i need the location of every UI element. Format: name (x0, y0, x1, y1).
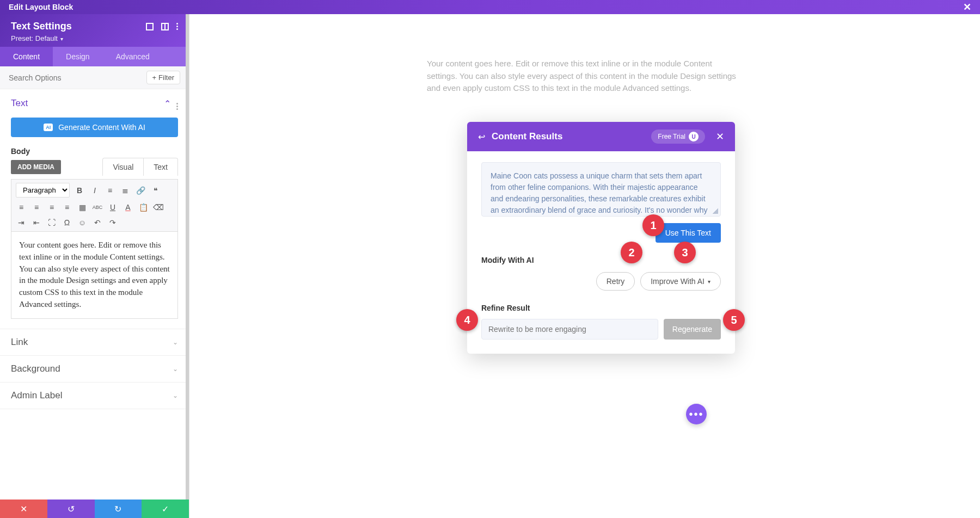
section-text: Text ⌃ AI Generate Content With AI Body … (0, 89, 189, 329)
ai-result-text[interactable]: Maine Coon cats possess a unique charm t… (481, 162, 721, 217)
section-link-header[interactable]: Link ⌄ (0, 329, 189, 355)
indent-icon[interactable]: ⇥ (16, 217, 27, 228)
chevron-down-icon: ⌄ (173, 365, 178, 373)
marker-4: 4 (456, 309, 478, 331)
ai-badge-icon: AI (44, 124, 53, 131)
refine-label: Refine Result (481, 304, 721, 312)
sidebar-scrollbar[interactable] (186, 14, 189, 499)
refine-input[interactable] (481, 319, 658, 340)
align-justify-icon[interactable]: ≡ (62, 202, 72, 213)
sidebar-title: Text Settings (11, 21, 72, 32)
trial-badge-icon: U (689, 132, 699, 141)
section-text-header[interactable]: Text ⌃ (0, 89, 189, 118)
redo-icon[interactable]: ↷ (107, 217, 118, 228)
header-title: Edit Layout Block (9, 3, 73, 11)
expand-icon[interactable] (146, 23, 154, 30)
undo-button[interactable]: ↺ (47, 499, 95, 518)
section-link: Link ⌄ (0, 329, 189, 356)
fullscreen-icon[interactable]: ⛶ (46, 217, 57, 228)
search-row: +Filter (0, 66, 189, 89)
editor-toolbar: Paragraph B I ≡ ≣ 🔗 ❝ ≡ ≡ ≡ ≡ ▦ ABC U A … (11, 179, 178, 232)
tab-advanced[interactable]: Advanced (103, 47, 163, 66)
chevron-up-icon: ⌃ (164, 98, 171, 109)
italic-icon[interactable]: I (89, 185, 100, 196)
chevron-down-icon: ⌄ (173, 338, 178, 346)
preset-selector[interactable]: Preset: Default ▾ (11, 34, 178, 42)
underline-icon[interactable]: U (107, 202, 118, 213)
emoji-icon[interactable]: ☺ (77, 217, 88, 228)
content-results-modal: ↩ Content Results Free Trial U ✕ Maine C… (467, 122, 735, 354)
free-trial-badge[interactable]: Free Trial U (651, 130, 705, 144)
align-left-icon[interactable]: ≡ (16, 202, 27, 213)
body-label: Body (11, 147, 178, 156)
section-background: Background ⌄ (0, 356, 189, 383)
section-admin-label-header[interactable]: Admin Label ⌄ (0, 383, 189, 409)
more-icon[interactable] (176, 23, 178, 30)
sidebar-header: Text Settings Preset: Default ▾ (0, 14, 189, 47)
tab-design[interactable]: Design (53, 47, 103, 66)
retry-button[interactable]: Retry (596, 272, 635, 291)
fab-more-button[interactable]: ••• (686, 404, 707, 424)
add-media-button[interactable]: ADD MEDIA (11, 160, 61, 174)
link-icon[interactable]: 🔗 (135, 185, 146, 196)
text-color-icon[interactable]: A (122, 202, 133, 213)
header-bar: Edit Layout Block ✕ (0, 0, 980, 14)
redo-button[interactable]: ↻ (95, 499, 142, 518)
modal-close-icon[interactable]: ✕ (716, 131, 724, 143)
save-button[interactable]: ✓ (142, 499, 189, 518)
search-input[interactable] (9, 73, 146, 82)
regenerate-button[interactable]: Regenerate (664, 319, 721, 340)
generate-ai-button[interactable]: AI Generate Content With AI (11, 118, 178, 137)
back-arrow-icon[interactable]: ↩ (478, 132, 485, 142)
bold-icon[interactable]: B (74, 185, 85, 196)
align-center-icon[interactable]: ≡ (31, 202, 42, 213)
columns-icon[interactable] (161, 23, 169, 30)
marker-5: 5 (723, 309, 745, 331)
tab-content[interactable]: Content (0, 47, 53, 66)
close-icon[interactable]: ✕ (963, 1, 971, 13)
bullet-list-icon[interactable]: ≡ (105, 185, 115, 196)
sidebar: Text Settings Preset: Default ▾ Content … (0, 14, 189, 518)
clear-format-icon[interactable]: ⌫ (153, 202, 164, 213)
sidebar-tabs: Content Design Advanced (0, 47, 189, 66)
section-more-icon[interactable] (176, 97, 178, 110)
editor-tab-text[interactable]: Text (144, 158, 177, 176)
modal-header: ↩ Content Results Free Trial U ✕ (467, 122, 735, 151)
marker-2: 2 (621, 242, 642, 263)
paragraph-select[interactable]: Paragraph (16, 183, 70, 198)
outdent-icon[interactable]: ⇤ (31, 217, 42, 228)
cancel-button[interactable]: ✕ (0, 499, 47, 518)
editor-tab-visual[interactable]: Visual (103, 158, 144, 176)
quote-icon[interactable]: ❝ (150, 185, 161, 196)
filter-button[interactable]: +Filter (146, 71, 180, 84)
omega-icon[interactable]: Ω (62, 217, 72, 228)
content-editor[interactable]: Your content goes here. Edit or remove t… (11, 232, 178, 319)
chevron-down-icon: ⌄ (173, 392, 178, 399)
use-this-text-button[interactable]: Use This Text (656, 223, 721, 243)
marker-3: 3 (674, 242, 696, 263)
sidebar-footer: ✕ ↺ ↻ ✓ (0, 499, 189, 518)
plus-icon: + (152, 73, 157, 82)
paste-icon[interactable]: 📋 (138, 202, 149, 213)
modal-title: Content Results (492, 131, 645, 142)
undo-icon[interactable]: ↶ (92, 217, 103, 228)
chevron-down-icon: ▾ (708, 279, 710, 285)
section-background-header[interactable]: Background ⌄ (0, 356, 189, 382)
main-canvas: Your content goes here. Edit or remove t… (189, 14, 980, 518)
abc-icon[interactable]: ABC (92, 202, 103, 213)
number-list-icon[interactable]: ≣ (120, 185, 131, 196)
section-admin-label: Admin Label ⌄ (0, 383, 189, 409)
marker-1: 1 (642, 214, 664, 236)
align-right-icon[interactable]: ≡ (46, 202, 57, 213)
table-icon[interactable]: ▦ (77, 202, 88, 213)
chevron-down-icon: ▾ (59, 36, 63, 42)
improve-ai-button[interactable]: Improve With AI ▾ (640, 272, 721, 291)
placeholder-text[interactable]: Your content goes here. Edit or remove t… (427, 58, 743, 95)
